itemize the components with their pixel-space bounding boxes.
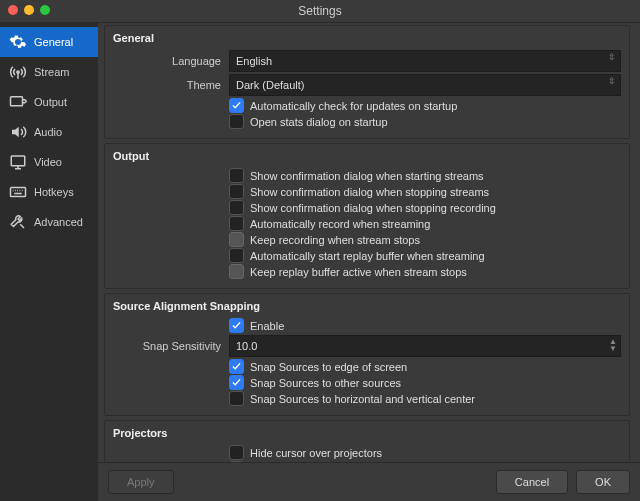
sidebar-item-label: General — [34, 36, 73, 48]
speaker-icon — [8, 123, 28, 141]
monitor-icon — [8, 153, 28, 171]
titlebar: Settings — [0, 0, 640, 23]
checkbox-label: Show confirmation dialog when stopping r… — [250, 202, 496, 214]
checkbox-label: Keep replay buffer active when stream st… — [250, 266, 467, 278]
window-title: Settings — [298, 4, 341, 18]
checkbox-snap-enable[interactable] — [229, 318, 244, 333]
checkbox-label: Hide cursor over projectors — [250, 447, 382, 459]
group-general: General Language English ⇳ Theme Dark (D… — [104, 25, 630, 139]
footer: Apply Cancel OK — [98, 462, 640, 501]
group-title: Output — [113, 150, 621, 162]
theme-value: Dark (Default) — [236, 79, 304, 91]
sidebar-item-label: Output — [34, 96, 67, 108]
group-title: General — [113, 32, 621, 44]
sidebar-item-video[interactable]: Video — [0, 147, 98, 177]
check-icon — [232, 321, 241, 330]
check-icon — [232, 378, 241, 387]
sidebar-item-output[interactable]: Output — [0, 87, 98, 117]
checkbox-label: Automatically start replay buffer when s… — [250, 250, 485, 262]
theme-select[interactable]: Dark (Default) ⇳ — [229, 74, 621, 96]
window-controls — [8, 5, 50, 15]
checkbox-auto-record[interactable] — [229, 216, 244, 231]
minimize-icon[interactable] — [24, 5, 34, 15]
chevron-updown-icon: ⇳ — [608, 77, 616, 85]
language-label: Language — [113, 55, 229, 67]
apply-button[interactable]: Apply — [108, 470, 174, 494]
checkbox-snap-other[interactable] — [229, 375, 244, 390]
checkbox-label: Open stats dialog on startup — [250, 116, 388, 128]
antenna-icon — [8, 63, 28, 81]
group-title: Source Alignment Snapping — [113, 300, 621, 312]
group-snapping: Source Alignment Snapping Enable Snap Se… — [104, 293, 630, 416]
checkbox-hide-cursor[interactable] — [229, 445, 244, 460]
sidebar-item-label: Video — [34, 156, 62, 168]
checkbox-snap-edge[interactable] — [229, 359, 244, 374]
scroll-area[interactable]: General Language English ⇳ Theme Dark (D… — [98, 23, 640, 462]
checkbox-auto-replay[interactable] — [229, 248, 244, 263]
snap-sensitivity-input[interactable]: 10.0 ▲▼ — [229, 335, 621, 357]
sidebar-item-label: Hotkeys — [34, 186, 74, 198]
checkbox-confirm-start[interactable] — [229, 168, 244, 183]
check-icon — [232, 362, 241, 371]
close-icon[interactable] — [8, 5, 18, 15]
checkbox-label: Snap Sources to other sources — [250, 377, 401, 389]
svg-rect-2 — [11, 156, 25, 166]
group-output: Output Show confirmation dialog when sta… — [104, 143, 630, 289]
check-icon — [232, 101, 241, 110]
svg-rect-3 — [11, 188, 26, 197]
ok-button[interactable]: OK — [576, 470, 630, 494]
sidebar-item-label: Stream — [34, 66, 69, 78]
checkbox-label: Automatically record when streaming — [250, 218, 430, 230]
checkbox-label: Show confirmation dialog when starting s… — [250, 170, 484, 182]
sidebar-item-advanced[interactable]: Advanced — [0, 207, 98, 237]
content-pane: General Language English ⇳ Theme Dark (D… — [98, 23, 640, 501]
sidebar-item-hotkeys[interactable]: Hotkeys — [0, 177, 98, 207]
svg-rect-1 — [11, 97, 23, 106]
spinner-icon[interactable]: ▲▼ — [609, 338, 617, 352]
output-icon — [8, 93, 28, 111]
tools-icon — [8, 213, 28, 231]
sidebar-item-label: Advanced — [34, 216, 83, 228]
checkbox-snap-center[interactable] — [229, 391, 244, 406]
chevron-updown-icon: ⇳ — [608, 53, 616, 61]
group-projectors: Projectors Hide cursor over projectors M… — [104, 420, 630, 462]
checkbox-confirm-stop-rec[interactable] — [229, 200, 244, 215]
checkbox-label: Enable — [250, 320, 284, 332]
checkbox-label: Keep recording when stream stops — [250, 234, 420, 246]
theme-label: Theme — [113, 79, 229, 91]
keyboard-icon — [8, 183, 28, 201]
settings-window: Settings General Stream Output Audio Vid — [0, 0, 640, 501]
sidebar-item-stream[interactable]: Stream — [0, 57, 98, 87]
checkbox-label: Show confirmation dialog when stopping s… — [250, 186, 489, 198]
checkbox-label: Snap Sources to edge of screen — [250, 361, 407, 373]
gear-icon — [8, 33, 28, 51]
language-value: English — [236, 55, 272, 67]
group-title: Projectors — [113, 427, 621, 439]
snap-sensitivity-label: Snap Sensitivity — [113, 340, 229, 352]
sidebar-item-audio[interactable]: Audio — [0, 117, 98, 147]
checkbox-open-stats[interactable] — [229, 114, 244, 129]
checkbox-label: Automatically check for updates on start… — [250, 100, 457, 112]
checkbox-confirm-stop-stream[interactable] — [229, 184, 244, 199]
checkbox-auto-update[interactable] — [229, 98, 244, 113]
checkbox-keep-rec — [229, 232, 244, 247]
checkbox-keep-replay — [229, 264, 244, 279]
cancel-button[interactable]: Cancel — [496, 470, 568, 494]
maximize-icon[interactable] — [40, 5, 50, 15]
sidebar: General Stream Output Audio Video Hotkey… — [0, 23, 98, 501]
snap-sensitivity-value: 10.0 — [236, 340, 257, 352]
sidebar-item-general[interactable]: General — [0, 27, 98, 57]
checkbox-label: Snap Sources to horizontal and vertical … — [250, 393, 475, 405]
language-select[interactable]: English ⇳ — [229, 50, 621, 72]
sidebar-item-label: Audio — [34, 126, 62, 138]
